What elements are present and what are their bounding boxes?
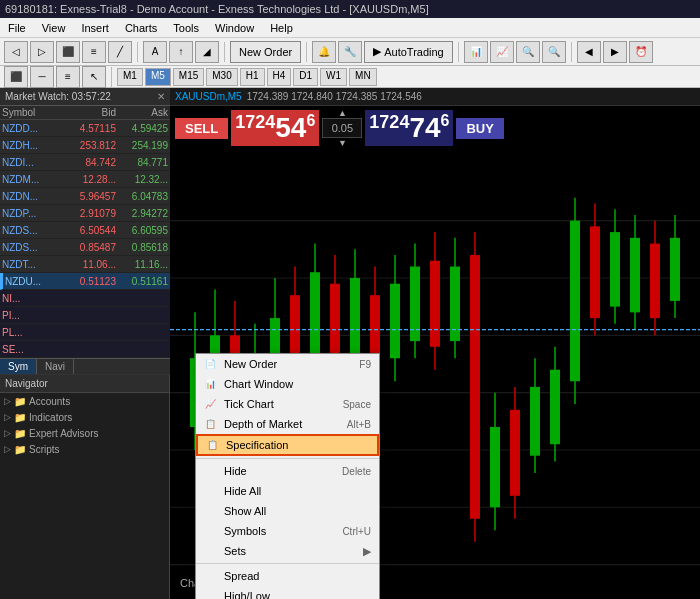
toolbar-btn-4[interactable]: ≡ bbox=[82, 41, 106, 63]
ctx-sets[interactable]: Sets ▶ bbox=[196, 541, 379, 561]
toolbar-btn-1[interactable]: ◁ bbox=[4, 41, 28, 63]
nav-item-accounts[interactable]: ▷ 📁 Accounts bbox=[0, 393, 169, 409]
ctx-specification[interactable]: 📋 Specification bbox=[196, 434, 379, 456]
svg-rect-28 bbox=[390, 284, 400, 359]
ctx-spread[interactable]: Spread bbox=[196, 566, 379, 586]
sell-button[interactable]: SELL bbox=[175, 118, 228, 139]
mw-row-1[interactable]: NZDH... 253.812 254.199 bbox=[0, 137, 170, 154]
tf-mn[interactable]: MN bbox=[349, 68, 377, 86]
mw-row-8[interactable]: NZDT... 11.06... 11.16... bbox=[0, 256, 170, 273]
toolbar-btn-10[interactable]: 🔧 bbox=[338, 41, 362, 63]
ctx-tick-chart[interactable]: 📈 Tick Chart Space bbox=[196, 394, 379, 414]
sell-price-display: 1724 54 6 bbox=[231, 110, 319, 146]
tf-h1[interactable]: H1 bbox=[240, 68, 265, 86]
tf-m30[interactable]: M30 bbox=[206, 68, 237, 86]
col-ask: Ask bbox=[116, 107, 168, 118]
tf-d1[interactable]: D1 bbox=[293, 68, 318, 86]
menu-window[interactable]: Window bbox=[207, 20, 262, 36]
menu-view[interactable]: View bbox=[34, 20, 74, 36]
mw-row-9[interactable]: NZDU... 0.51123 0.51161 bbox=[0, 273, 170, 290]
toolbar-btn-13[interactable]: 🔍 bbox=[516, 41, 540, 63]
ctx-new-order[interactable]: 📄 New Order F9 bbox=[196, 354, 379, 374]
autotrading-icon: ▶ bbox=[373, 45, 381, 58]
tick-chart-icon: 📈 bbox=[202, 397, 218, 411]
toolbar-btn-8[interactable]: ◢ bbox=[195, 41, 219, 63]
tab-symbols[interactable]: Sym bbox=[0, 359, 37, 374]
mw-row-2[interactable]: NZDI... 84.742 84.771 bbox=[0, 154, 170, 171]
mw-row-10[interactable]: NI... bbox=[0, 290, 170, 307]
panel-tabs: Sym Navi bbox=[0, 358, 170, 374]
toolbar-sep-1 bbox=[137, 42, 138, 62]
tf-h4[interactable]: H4 bbox=[267, 68, 292, 86]
tab-navigator[interactable]: Navi bbox=[37, 359, 74, 374]
spec-icon: 📋 bbox=[204, 438, 220, 452]
mw-row-5[interactable]: NZDP... 2.91079 2.94272 bbox=[0, 205, 170, 222]
svg-rect-42 bbox=[530, 387, 540, 456]
svg-rect-56 bbox=[670, 238, 680, 301]
toolbar-btn-6[interactable]: A bbox=[143, 41, 167, 63]
tf-arrow-left[interactable]: ⬛ bbox=[4, 66, 28, 88]
autotrading-button[interactable]: ▶ AutoTrading bbox=[364, 41, 453, 63]
ctx-show-all[interactable]: Show All bbox=[196, 501, 379, 521]
toolbar-btn-5[interactable]: ╱ bbox=[108, 41, 132, 63]
menu-insert[interactable]: Insert bbox=[73, 20, 117, 36]
menu-charts[interactable]: Charts bbox=[117, 20, 165, 36]
timeframe-bar: ⬛ ─ ≡ ↖ M1 M5 M15 M30 H1 H4 D1 W1 MN bbox=[0, 66, 700, 88]
menu-help[interactable]: Help bbox=[262, 20, 301, 36]
tf-plus[interactable]: ≡ bbox=[56, 66, 80, 88]
ctx-sep-2 bbox=[196, 563, 379, 564]
buy-button[interactable]: BUY bbox=[456, 118, 503, 139]
menu-bar: File View Insert Charts Tools Window Hel… bbox=[0, 18, 700, 38]
navigator-section: Navigator ▷ 📁 Accounts ▷ 📁 Indicators ▷ … bbox=[0, 374, 170, 599]
spread-input[interactable] bbox=[322, 118, 362, 138]
toolbar-btn-7[interactable]: ↑ bbox=[169, 41, 193, 63]
mw-row-13[interactable]: SE... bbox=[0, 341, 170, 358]
toolbar-sep-3 bbox=[306, 42, 307, 62]
market-watch-close[interactable]: ✕ bbox=[157, 91, 165, 102]
nav-item-scripts[interactable]: ▷ 📁 Scripts bbox=[0, 441, 169, 457]
toolbar-btn-2[interactable]: ▷ bbox=[30, 41, 54, 63]
new-order-button[interactable]: New Order bbox=[230, 41, 301, 63]
market-watch-header: Market Watch: 03:57:22 ✕ bbox=[0, 88, 170, 106]
ctx-high-low[interactable]: High/Low bbox=[196, 586, 379, 599]
mw-row-6[interactable]: NZDS... 6.50544 6.60595 bbox=[0, 222, 170, 239]
mw-row-11[interactable]: PI... bbox=[0, 307, 170, 324]
menu-file[interactable]: File bbox=[0, 20, 34, 36]
tf-minus[interactable]: ─ bbox=[30, 66, 54, 88]
toolbar-btn-17[interactable]: ⏰ bbox=[629, 41, 653, 63]
mw-row-12[interactable]: PL... bbox=[0, 324, 170, 341]
toolbar-btn-11[interactable]: 📊 bbox=[464, 41, 488, 63]
ctx-hide-all[interactable]: Hide All bbox=[196, 481, 379, 501]
mw-row-0[interactable]: NZDD... 4.57115 4.59425 bbox=[0, 120, 170, 137]
spread-widget: ▲ ▼ bbox=[322, 108, 362, 148]
tf-m1[interactable]: M1 bbox=[117, 68, 143, 86]
toolbar-sep-4 bbox=[458, 42, 459, 62]
ctx-chart-window[interactable]: 📊 Chart Window bbox=[196, 374, 379, 394]
depth-icon: 📋 bbox=[202, 417, 218, 431]
svg-rect-32 bbox=[430, 261, 440, 347]
toolbar-btn-16[interactable]: ▶ bbox=[603, 41, 627, 63]
toolbar-btn-12[interactable]: 📈 bbox=[490, 41, 514, 63]
chart-header: XAUUSDm,M5 1724.389 1724.840 1724.385 17… bbox=[170, 88, 700, 106]
tf-cursor[interactable]: ↖ bbox=[82, 66, 106, 88]
menu-tools[interactable]: Tools bbox=[165, 20, 207, 36]
mw-row-3[interactable]: NZDM... 12.28... 12.32... bbox=[0, 171, 170, 188]
title-bar: 69180181: Exness-Trial8 - Demo Account -… bbox=[0, 0, 700, 18]
tf-sep bbox=[111, 67, 112, 87]
toolbar-btn-15[interactable]: ◀ bbox=[577, 41, 601, 63]
toolbar-btn-9[interactable]: 🔔 bbox=[312, 41, 336, 63]
nav-item-experts[interactable]: ▷ 📁 Expert Advisors bbox=[0, 425, 169, 441]
mw-row-4[interactable]: NZDN... 5.96457 6.04783 bbox=[0, 188, 170, 205]
order-icon: 📄 bbox=[202, 357, 218, 371]
ctx-depth-of-market[interactable]: 📋 Depth of Market Alt+B bbox=[196, 414, 379, 434]
tf-w1[interactable]: W1 bbox=[320, 68, 347, 86]
mw-row-7[interactable]: NZDS... 0.85487 0.85618 bbox=[0, 239, 170, 256]
toolbar-btn-3[interactable]: ⬛ bbox=[56, 41, 80, 63]
toolbar-btn-14[interactable]: 🔍 bbox=[542, 41, 566, 63]
svg-rect-40 bbox=[510, 410, 520, 496]
tf-m15[interactable]: M15 bbox=[173, 68, 204, 86]
nav-item-indicators[interactable]: ▷ 📁 Indicators bbox=[0, 409, 169, 425]
tf-m5[interactable]: M5 bbox=[145, 68, 171, 86]
ctx-hide[interactable]: Hide Delete bbox=[196, 461, 379, 481]
ctx-symbols[interactable]: Symbols Ctrl+U bbox=[196, 521, 379, 541]
